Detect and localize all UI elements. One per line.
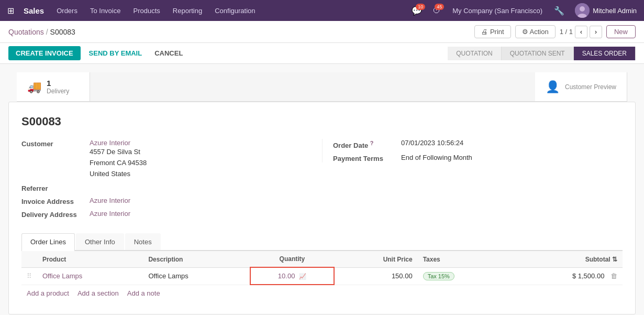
create-invoice-button[interactable]: CREATE INVOICE [8, 46, 81, 60]
delivery-address-value[interactable]: Azure Interior [90, 210, 130, 218]
col-description-header: Description [143, 251, 250, 267]
tab-order-lines[interactable]: Order Lines [21, 233, 75, 251]
row-taxes: Tax 15% [418, 267, 506, 285]
page-indicator: 1 / 1 [560, 28, 573, 36]
addr-line3: United States [90, 169, 147, 180]
payment-terms-value: End of Following Month [401, 154, 472, 161]
form-right-wrapper: Order Date ? 07/01/2023 10:56:24 Payment… [322, 139, 623, 223]
record-title: S00083 [21, 115, 623, 128]
print-button[interactable]: 🖨 Print [474, 25, 510, 38]
avatar [575, 3, 590, 18]
toolbar: CREATE INVOICE SEND BY EMAIL CANCEL QUOT… [0, 43, 644, 64]
breadcrumb-actions: 🖨 Print ⚙ Action 1 / 1 ‹ › New [474, 25, 636, 38]
customer-preview-icon: 👤 [546, 80, 560, 94]
customer-row: Customer Azure Interior 4557 De Silva St… [21, 139, 312, 179]
order-date-tooltip[interactable]: ? [370, 140, 374, 146]
col-handle-header [21, 251, 37, 267]
tab-sales-order[interactable]: SALES ORDER [574, 47, 636, 60]
col-product-header: Product [37, 251, 143, 267]
tab-other-info[interactable]: Other Info [76, 233, 124, 250]
delete-row-icon[interactable]: 🗑 [610, 272, 617, 280]
row-product: Office Lamps [37, 267, 143, 285]
customer-label: Customer [21, 139, 90, 148]
user-menu[interactable]: Mitchell Admin [572, 3, 640, 18]
row-unit-price: 150.00 [334, 267, 418, 285]
customer-preview-text: Customer Preview [565, 83, 616, 91]
addr-line1: 4557 De Silva St [90, 147, 147, 158]
form-left: Customer Azure Interior 4557 De Silva St… [21, 139, 322, 223]
form-grid: Customer Azure Interior 4557 De Silva St… [21, 139, 623, 223]
tab-quotation[interactable]: QUOTATION [448, 47, 502, 60]
cancel-button[interactable]: CANCEL [150, 46, 187, 60]
customer-preview-label: Customer Preview [565, 83, 616, 91]
customer-value: Azure Interior 4557 De Silva St Fremont … [90, 139, 147, 179]
add-section-link[interactable]: Add a section [77, 289, 119, 297]
referrer-row: Referrer [21, 183, 312, 192]
status-tabs: QUOTATION QUOTATION SENT SALES ORDER [448, 47, 636, 60]
settings-icon[interactable]: 🔧 [551, 4, 568, 18]
row-subtotal: $ 1,500.00 🗑 [506, 267, 623, 285]
row-quantity[interactable]: 10.00 📈 [250, 267, 334, 285]
next-record-button[interactable]: › [590, 26, 602, 38]
page-navigation: 1 / 1 ‹ › [560, 26, 602, 38]
form-right: Order Date ? 07/01/2023 10:56:24 Payment… [322, 139, 623, 162]
customer-name-link[interactable]: Azure Interior [90, 139, 147, 147]
menu-orders[interactable]: Orders [50, 0, 84, 21]
order-lines-table: Product Description Quantity Unit Price … [21, 251, 623, 285]
apps-icon[interactable]: ⊞ [4, 4, 17, 18]
product-link[interactable]: Office Lamps [42, 272, 82, 280]
tab-notes[interactable]: Notes [125, 233, 161, 250]
action-button[interactable]: ⚙ Action [515, 25, 556, 38]
delivery-address-label: Delivery Address [21, 210, 90, 219]
col-taxes-header: Taxes [418, 251, 506, 267]
breadcrumb-bar: Quotations / S00083 🖨 Print ⚙ Action 1 /… [0, 21, 644, 43]
order-date-value: 07/01/2023 10:56:24 [401, 139, 463, 147]
delivery-address-row: Delivery Address Azure Interior [21, 210, 312, 219]
delivery-label: Delivery [47, 88, 69, 95]
subtotal-value: $ 1,500.00 [572, 272, 604, 280]
forecast-chart-icon[interactable]: 📈 [299, 273, 306, 279]
col-sort-icon[interactable]: ⇅ [612, 256, 617, 263]
clock-badge: 45 [435, 4, 444, 10]
breadcrumb-parent[interactable]: Quotations [8, 28, 44, 36]
row-handle[interactable]: ⠿ [21, 267, 37, 285]
svg-point-1 [580, 6, 585, 12]
customer-preview-card[interactable]: 👤 Customer Preview [535, 72, 627, 101]
menu-products[interactable]: Products [127, 0, 166, 21]
col-unit-price-header: Unit Price [334, 251, 418, 267]
info-cards-row: 🚚 1 Delivery 👤 Customer Preview [17, 72, 627, 102]
drag-handle-icon[interactable]: ⠿ [27, 272, 32, 280]
add-links-row: Add a product Add a section Add a note [21, 285, 623, 301]
top-navigation: ⊞ Sales Orders To Invoice Products Repor… [0, 0, 644, 21]
new-button[interactable]: New [606, 25, 636, 38]
card-separator [90, 72, 535, 101]
tab-quotation-sent[interactable]: QUOTATION SENT [502, 47, 574, 60]
payment-terms-label: Payment Terms [333, 154, 401, 162]
messages-badge: 10 [416, 4, 425, 10]
delivery-icon: 🚚 [27, 80, 41, 94]
breadcrumb-separator: / [46, 28, 48, 36]
breadcrumb: Quotations / S00083 [8, 28, 75, 36]
col-quantity-header: Quantity [250, 251, 334, 267]
addr-line2: Fremont CA 94538 [90, 158, 147, 169]
clock-icon[interactable]: ⏱ 45 [429, 4, 444, 17]
delivery-count: 1 [47, 79, 69, 88]
order-tabs: Order Lines Other Info Notes [21, 233, 623, 251]
add-note-link[interactable]: Add a note [127, 289, 160, 297]
chat-icon[interactable]: 💬 10 [408, 4, 425, 18]
delivery-card[interactable]: 🚚 1 Delivery [17, 72, 90, 101]
menu-configuration[interactable]: Configuration [208, 0, 261, 21]
menu-to-invoice[interactable]: To Invoice [84, 0, 127, 21]
customer-address: 4557 De Silva St Fremont CA 94538 United… [90, 147, 147, 179]
add-product-link[interactable]: Add a product [27, 289, 69, 297]
invoice-address-label: Invoice Address [21, 197, 90, 205]
company-name: My Company (San Francisco) [448, 7, 547, 15]
send-by-email-button[interactable]: SEND BY EMAIL [85, 46, 147, 60]
order-date-row: Order Date ? 07/01/2023 10:56:24 [333, 139, 623, 149]
menu-reporting[interactable]: Reporting [166, 0, 208, 21]
col-subtotal-label: Subtotal [585, 256, 610, 263]
quantity-value: 10.00 [278, 272, 295, 280]
prev-record-button[interactable]: ‹ [575, 26, 587, 38]
delivery-card-text: 1 Delivery [47, 79, 69, 95]
invoice-address-value[interactable]: Azure Interior [90, 197, 130, 204]
